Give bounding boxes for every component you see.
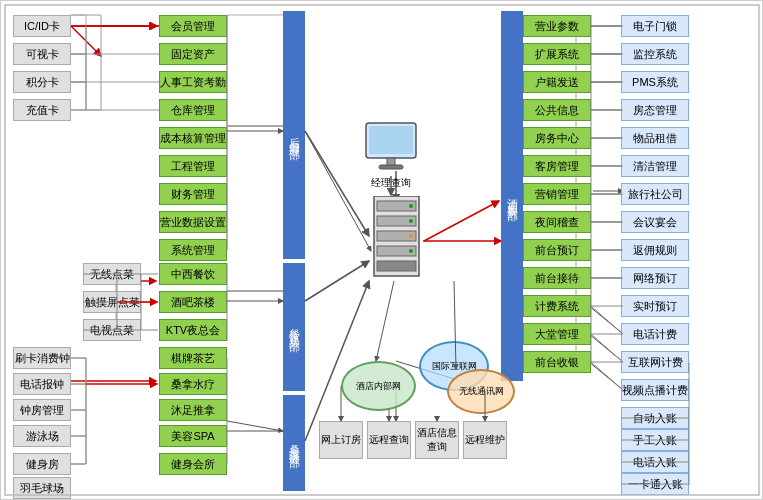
qipai-box: 棋牌茶艺 xyxy=(159,347,227,369)
monitor-icon: 经理查询 xyxy=(361,121,421,176)
shishiyuding-box: 实时预订 xyxy=(621,295,689,317)
dianshi-box: 电视点菜 xyxy=(83,319,141,341)
wireless-network: 无线通讯网 xyxy=(447,369,515,414)
fangwu-box: 房务中心 xyxy=(523,127,591,149)
zidongru-box: 自动入账 xyxy=(621,407,689,429)
fanfei-box: 返佣规则 xyxy=(621,239,689,261)
ktv-box: KTV夜总会 xyxy=(159,319,227,341)
zhongxi-box: 中西餐饮 xyxy=(159,263,227,285)
hujiguanli-box: 户籍发送 xyxy=(523,71,591,93)
xitong-box: 系统管理 xyxy=(159,239,227,261)
server-rack xyxy=(369,196,424,281)
svg-line-124 xyxy=(376,281,394,361)
wangshang-box: 网上订房 xyxy=(319,421,363,459)
houtai-dept: 后台管理部 xyxy=(283,11,305,259)
chongzhi-card: 充值卡 xyxy=(13,99,71,121)
wangyuding-box: 网络预订 xyxy=(621,267,689,289)
jianshenclub-box: 健身会所 xyxy=(159,453,227,475)
svg-line-98 xyxy=(305,261,369,301)
svg-line-101 xyxy=(424,201,499,241)
jiuba-box: 酒吧茶楼 xyxy=(159,291,227,313)
svg-line-51 xyxy=(589,334,623,362)
yikatongru-box: 一卡通入账 xyxy=(621,473,689,495)
muzu-box: 沐足推拿 xyxy=(159,399,227,421)
svg-rect-56 xyxy=(369,126,413,154)
svg-line-118 xyxy=(591,362,623,390)
fangtai-box: 房态管理 xyxy=(621,99,689,121)
monitor-label: 经理查询 xyxy=(361,176,421,190)
svg-line-116 xyxy=(591,306,623,334)
kuozhan-box: 扩展系统 xyxy=(523,43,591,65)
intranet: 酒店内部网 xyxy=(341,361,416,411)
pms-box: PMS系统 xyxy=(621,71,689,93)
qingjie-box: 清洁管理 xyxy=(621,155,689,177)
yejianchagang-box: 夜间稽查 xyxy=(523,211,591,233)
svg-line-117 xyxy=(591,334,623,362)
cangku-box: 仓库管理 xyxy=(159,99,227,121)
dianhuaruzh-box: 电话入账 xyxy=(621,451,689,473)
rengong-box: 人事工资考勤 xyxy=(159,71,227,93)
gonggong-box: 公共信息 xyxy=(523,99,591,121)
meirong-box: 美容SPA xyxy=(159,425,227,447)
jifei-box: 计费系统 xyxy=(523,295,591,317)
ic-card: IC/ID卡 xyxy=(13,15,71,37)
youyong-box: 游泳场 xyxy=(13,425,71,447)
svg-point-65 xyxy=(409,204,413,208)
lvxingshe-box: 旅行社公司 xyxy=(621,183,689,205)
yingye-box: 营业数据设置 xyxy=(159,211,227,233)
wuxian-box: 无线点菜 xyxy=(83,263,141,285)
chengben-box: 成本核算管理 xyxy=(159,127,227,149)
yuancheng3-box: 远程维护 xyxy=(463,421,507,459)
huiyuan-box: 会员管理 xyxy=(159,15,227,37)
svg-rect-64 xyxy=(377,261,416,271)
keguanli-box: 客房管理 xyxy=(523,155,591,177)
chuping-box: 触摸屏点菜 xyxy=(83,291,141,313)
hulianwangjifei-box: 互联网计费 xyxy=(621,351,689,373)
yumao-box: 羽毛球场 xyxy=(13,477,71,499)
svg-point-67 xyxy=(409,234,413,238)
svg-line-0 xyxy=(71,26,101,56)
huiyi-box: 会议宴会 xyxy=(621,211,689,233)
gudingzichan-box: 固定资产 xyxy=(159,43,227,65)
svg-point-66 xyxy=(409,219,413,223)
qiantai-box: 前台预订 xyxy=(523,239,591,261)
zhongfang-box: 钟房管理 xyxy=(13,399,71,421)
qiantaishoujin-box: 前台收银 xyxy=(523,351,591,373)
video-card: 可视卡 xyxy=(13,43,71,65)
jianshen-box: 健身房 xyxy=(13,453,71,475)
gongcheng-box: 工程管理 xyxy=(159,155,227,177)
cayin-dept: 餐饮娱乐部 xyxy=(283,263,305,391)
yuancheng-box: 远程查询 xyxy=(367,421,411,459)
yuancheng2-box: 酒店信息查询 xyxy=(415,421,459,459)
svg-line-97 xyxy=(305,131,369,236)
qiantaijiedai-box: 前台接待 xyxy=(523,267,591,289)
shoudongruzh-box: 手工入账 xyxy=(621,429,689,451)
svg-line-99 xyxy=(305,281,369,441)
menjin-box: 电子门锁 xyxy=(621,15,689,37)
caiwu-box: 财务管理 xyxy=(159,183,227,205)
yingye-cs-box: 营业参数 xyxy=(523,15,591,37)
svg-line-96 xyxy=(227,421,283,431)
main-container: IC/ID卡 可视卡 积分卡 充值卡 会员管理 固定资产 人事工资考勤 仓库管理… xyxy=(0,0,763,500)
yingxiao-box: 营销管理 xyxy=(523,183,591,205)
jiankong-box: 监控系统 xyxy=(621,43,689,65)
dianhua-box: 电话报钟 xyxy=(13,373,71,395)
baojian-dept: 桑拿保健部 xyxy=(283,395,305,491)
svg-rect-58 xyxy=(379,165,403,169)
wupinzulin-box: 物品租借 xyxy=(621,127,689,149)
sangna-box: 桑拿水疗 xyxy=(159,373,227,395)
shuaka-box: 刷卡消费钟 xyxy=(13,347,71,369)
svg-line-50 xyxy=(589,306,623,334)
svg-line-52 xyxy=(589,362,623,390)
svg-point-68 xyxy=(409,249,413,253)
datang-box: 大堂管理 xyxy=(523,323,591,345)
shipindianbofei-box: 视频点播计费 xyxy=(621,379,689,401)
jifen-card: 积分卡 xyxy=(13,71,71,93)
dianhuajifei-box: 电话计费 xyxy=(621,323,689,345)
hotel-dept: 酒店客房部 xyxy=(501,11,523,381)
